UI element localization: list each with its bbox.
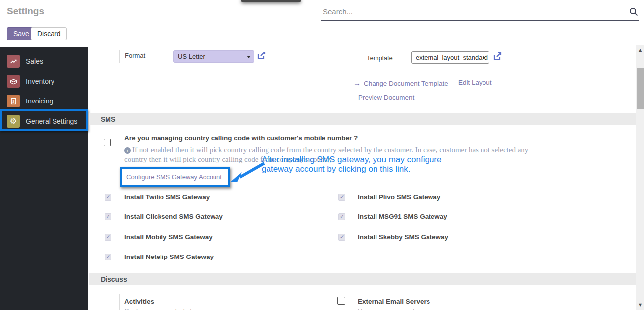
setting-divider [120, 134, 120, 162]
install-plivo-checkbox[interactable] [338, 194, 345, 201]
install-msg91-checkbox[interactable] [338, 213, 345, 220]
format-select-value: US Letter [178, 53, 205, 60]
install-twilio-label: Install Twilio SMS Gateway [124, 193, 210, 201]
install-msg91-label: Install MSG91 SMS Gateway [358, 213, 447, 220]
install-clicksend-label: Install Clicksend SMS Gateway [124, 213, 223, 220]
discuss-section-header: Discuss [89, 273, 636, 285]
configure-sms-gateway-link[interactable]: Configure SMS Gateway Account [126, 173, 222, 181]
template-select[interactable]: external_layout_standard [411, 51, 489, 64]
setting-divider [353, 294, 353, 310]
setting-divider [353, 209, 353, 225]
setting-divider [119, 294, 120, 310]
sms-section-title: SMS [101, 115, 115, 123]
annotation-arrow-icon [227, 158, 269, 186]
annotation-line: gateway account by clicking on this link… [262, 164, 441, 174]
setting-divider [120, 209, 120, 225]
format-label: Format [125, 52, 145, 59]
setting-divider [352, 51, 352, 65]
annotation-text: After installing SMS gateway, you may co… [262, 155, 441, 174]
activities-help: Configure your activity types [124, 307, 205, 310]
sms-section-header: SMS [89, 113, 636, 125]
info-icon: i [124, 147, 131, 154]
setting-divider [120, 249, 120, 265]
setting-divider [119, 50, 120, 63]
setting-divider [353, 189, 353, 205]
setting-divider [353, 229, 353, 245]
external-email-servers-help: Use your own email servers [358, 307, 437, 310]
discard-button[interactable]: Discard [31, 27, 67, 40]
install-clicksend-checkbox[interactable] [105, 213, 111, 220]
svg-text:$: $ [12, 99, 15, 103]
sidebar-item-invoicing[interactable]: $ Invoicing [0, 91, 88, 111]
activities-title: Activities [124, 298, 154, 305]
sidebar-item-label: Invoicing [26, 97, 53, 105]
install-skebby-label: Install Skebby SMS Gateway [358, 233, 448, 241]
link-label: Change Document Template [364, 80, 448, 87]
inventory-box-icon [7, 75, 20, 88]
install-plivo-label: Install Plivo SMS Gateway [358, 193, 440, 201]
search-input[interactable] [322, 7, 621, 16]
template-label: Template [367, 54, 393, 62]
general-settings-highlight-box [0, 109, 88, 131]
sidebar: Sales Inventory $ Invoicing ⚙ General Se… [0, 47, 88, 310]
scroll-up-icon[interactable]: ▲ [636, 48, 644, 52]
install-netelip-checkbox[interactable] [105, 254, 111, 260]
tooltip-remnant [241, 0, 301, 2]
scrollbar-thumb[interactable] [637, 68, 644, 109]
sidebar-item-inventory[interactable]: Inventory [0, 71, 88, 91]
external-link-icon[interactable] [493, 52, 502, 61]
setting-divider [120, 189, 120, 205]
country-calling-code-checkbox[interactable] [104, 139, 111, 146]
sales-chart-icon [7, 55, 20, 68]
sidebar-item-label: Inventory [26, 77, 54, 85]
sidebar-item-label: Sales [26, 57, 43, 65]
vertical-scrollbar[interactable]: ▲ ▼ [636, 45, 644, 310]
scroll-down-icon[interactable]: ▼ [636, 303, 644, 307]
sidebar-item-sales[interactable]: Sales [0, 52, 88, 71]
install-skebby-checkbox[interactable] [338, 234, 345, 241]
annotation-line: After installing SMS gateway, you may co… [262, 155, 441, 164]
setting-divider [120, 229, 120, 245]
external-link-icon[interactable] [257, 51, 266, 60]
arrow-right-icon: → [353, 79, 361, 87]
install-mobily-label: Install Mobily SMS Gateway [124, 233, 213, 241]
invoice-document-icon: $ [7, 95, 20, 107]
change-document-template-link[interactable]: →Change Document Template [353, 79, 448, 87]
configure-gateway-highlight-box: Configure SMS Gateway Account [120, 167, 230, 187]
template-select-value: external_layout_standard [416, 54, 488, 61]
install-twilio-checkbox[interactable] [105, 194, 111, 201]
settings-screen: Settings Save Discard Sales Inventory $ … [0, 0, 644, 310]
preview-document-link[interactable]: Preview Document [358, 94, 414, 101]
install-netelip-label: Install Netelip SMS Gateway [124, 253, 214, 260]
external-email-servers-checkbox[interactable] [337, 297, 345, 305]
discuss-section-title: Discuss [101, 275, 127, 283]
external-email-servers-title: External Email Servers [358, 298, 430, 305]
search-bar[interactable] [321, 5, 639, 21]
country-calling-code-title: Are you managing country calling code wi… [124, 134, 358, 142]
format-select[interactable]: US Letter [173, 50, 254, 63]
header-divider [0, 46, 644, 46]
install-mobily-checkbox[interactable] [105, 234, 111, 241]
page-title: Settings [7, 6, 44, 17]
edit-layout-link[interactable]: Edit Layout [458, 79, 492, 86]
search-icon[interactable] [629, 7, 638, 16]
